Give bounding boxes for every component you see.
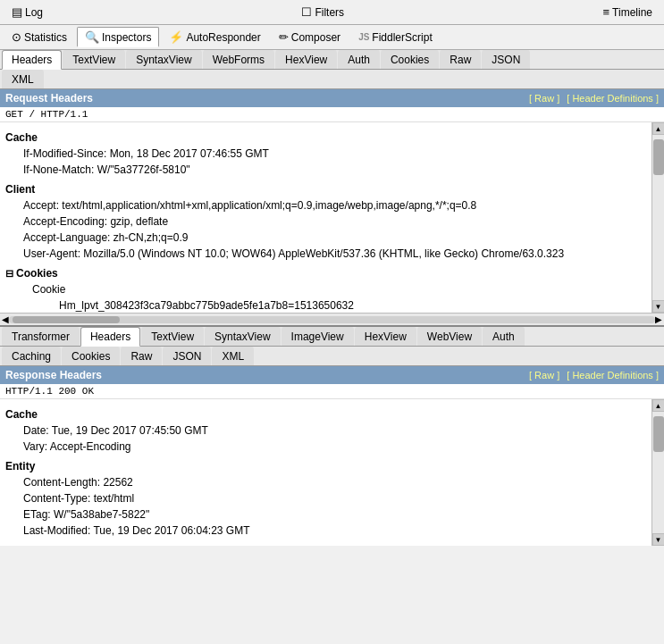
filters-tab[interactable]: ☐ Filters — [293, 2, 352, 22]
resp-tab-hexview[interactable]: HexView — [355, 327, 416, 346]
resp-tab-xml[interactable]: XML — [212, 347, 254, 365]
request-header-links: [ Raw ] [ Header Definitions ] — [529, 93, 659, 104]
autoresponder-label: AutoResponder — [186, 31, 260, 44]
req-tab-headers[interactable]: Headers — [2, 50, 62, 70]
req-tab-syntaxview[interactable]: SyntaxView — [126, 50, 201, 69]
resp-tab-transformer[interactable]: Transformer — [2, 327, 80, 346]
response-header-defs-link[interactable]: [ Header Definitions ] — [567, 370, 659, 381]
response-section-header: Response Headers [ Raw ] [ Header Defini… — [0, 366, 664, 384]
cookies-group-title: Cookies — [5, 267, 646, 280]
request-section-header: Request Headers [ Raw ] [ Header Definit… — [0, 89, 664, 107]
vscrollbar-thumb[interactable] — [653, 139, 664, 175]
resp-cache-item-2: Vary: Accept-Encoding — [5, 439, 646, 455]
resp-tab-auth[interactable]: Auth — [483, 327, 525, 346]
filters-icon: ☐ — [301, 5, 312, 19]
request-content-area: Cache If-Modified-Since: Mon, 18 Dec 201… — [0, 122, 651, 313]
resp-tab-caching[interactable]: Caching — [2, 347, 61, 365]
response-tab-bar1: Transformer Headers TextView SyntaxView … — [0, 327, 664, 347]
response-vscrollbar[interactable]: ▲ ▼ — [651, 399, 664, 546]
req-tab-cookies[interactable]: Cookies — [381, 50, 439, 69]
vscrollbar-up-arrow[interactable]: ▲ — [652, 122, 665, 135]
hscroll-left-arrow[interactable]: ◀ — [2, 314, 9, 324]
req-tab-json[interactable]: JSON — [482, 50, 530, 69]
resp-tab-textview[interactable]: TextView — [141, 327, 204, 346]
request-vscrollbar[interactable]: ▲ ▼ — [651, 122, 664, 313]
request-section-title: Request Headers — [5, 92, 93, 105]
vscrollbar-down-arrow[interactable]: ▼ — [652, 300, 665, 313]
hscrollbar-thumb[interactable] — [13, 316, 120, 323]
composer-tab[interactable]: ✏ Composer — [271, 27, 349, 47]
req-tab-webforms[interactable]: WebForms — [203, 50, 274, 69]
timeline-tab[interactable]: ≡ Timeline — [595, 2, 661, 22]
resp-vscrollbar-track[interactable] — [652, 412, 665, 533]
request-raw-link[interactable]: [ Raw ] — [529, 93, 559, 104]
request-panel: Headers TextView SyntaxView WebForms Hex… — [0, 50, 664, 327]
resp-vscrollbar-up-arrow[interactable]: ▲ — [652, 399, 665, 412]
resp-tab-raw[interactable]: Raw — [121, 347, 162, 365]
request-line: GET / HTTP/1.1 — [0, 107, 664, 122]
composer-label: Composer — [291, 31, 340, 44]
hscrollbar-track[interactable] — [9, 316, 655, 323]
request-header-defs-link[interactable]: [ Header Definitions ] — [567, 93, 659, 104]
resp-tab-json[interactable]: JSON — [163, 347, 211, 365]
response-content-wrapper: Cache Date: Tue, 19 Dec 2017 07:45:50 GM… — [0, 399, 664, 546]
resp-entity-item-1: Content-Length: 22562 — [5, 474, 646, 490]
autoresponder-icon: ⚡ — [169, 30, 183, 44]
inspectors-label: Inspectors — [102, 31, 151, 44]
client-item-3: Accept-Language: zh-CN,zh;q=0.9 — [5, 230, 646, 246]
response-panel: Transformer Headers TextView SyntaxView … — [0, 327, 664, 546]
resp-entity-item-3: ETag: W/"5a38abe7-5822" — [5, 506, 646, 523]
filters-label: Filters — [315, 6, 344, 19]
resp-tab-headers[interactable]: Headers — [80, 327, 140, 347]
req-tab-textview[interactable]: TextView — [63, 50, 125, 69]
req-tab-bar-row2: XML — [0, 70, 664, 89]
req-tab-auth[interactable]: Auth — [338, 50, 380, 69]
req-tab-xml[interactable]: XML — [2, 70, 44, 88]
vscrollbar-track[interactable] — [652, 135, 665, 300]
fiddlerscript-label: FiddlerScript — [372, 31, 432, 44]
cookies-section: Cookies Cookie Hm_lpvt_308423f3ca79abbc7… — [5, 267, 646, 313]
timeline-label: Timeline — [612, 6, 652, 19]
statistics-label: Statistics — [24, 31, 67, 44]
response-raw-link[interactable]: [ Raw ] — [529, 370, 559, 381]
timeline-icon: ≡ — [603, 5, 610, 19]
resp-entity-section: Entity Content-Length: 22562 Content-Typ… — [5, 460, 646, 539]
client-group-title: Client — [5, 183, 646, 196]
resp-entity-item-4: Last-Modified: Tue, 19 Dec 2017 06:04:23… — [5, 523, 646, 539]
cache-item-2: If-None-Match: W/"5a37726f-5810" — [5, 162, 646, 178]
statistics-tab[interactable]: ⊙ Statistics — [4, 27, 75, 47]
resp-cache-group-title: Cache — [5, 408, 646, 421]
resp-cache-item-1: Date: Tue, 19 Dec 2017 07:45:50 GMT — [5, 422, 646, 439]
resp-tab-syntaxview[interactable]: SyntaxView — [205, 327, 280, 346]
request-hscrollbar[interactable]: ◀ ▶ — [0, 313, 664, 325]
second-toolbar: ⊙ Statistics 🔍 Inspectors ⚡ AutoResponde… — [0, 25, 664, 50]
response-header-links: [ Raw ] [ Header Definitions ] — [529, 370, 659, 381]
resp-tab-webview[interactable]: WebView — [417, 327, 482, 346]
client-item-4: User-Agent: Mozilla/5.0 (Windows NT 10.0… — [5, 246, 646, 262]
resp-tab-imageview[interactable]: ImageView — [282, 327, 354, 346]
log-label: Log — [25, 6, 43, 19]
resp-entity-group-title: Entity — [5, 460, 646, 473]
top-toolbar: ▤ Log ☐ Filters ≡ Timeline — [0, 0, 664, 25]
log-icon: ▤ — [12, 5, 22, 19]
client-item-2: Accept-Encoding: gzip, deflate — [5, 213, 646, 230]
fiddlerscript-tab[interactable]: JS FiddlerScript — [350, 28, 441, 47]
cookies-item-cookie: Cookie — [5, 281, 646, 297]
cache-group-title: Cache — [5, 131, 646, 144]
resp-vscrollbar-down-arrow[interactable]: ▼ — [652, 533, 665, 546]
resp-tab-cookies[interactable]: Cookies — [62, 347, 120, 365]
client-item-1: Accept: text/html,application/xhtml+xml,… — [5, 197, 646, 213]
client-section: Client Accept: text/html,application/xht… — [5, 183, 646, 262]
response-tab-bar2: Caching Cookies Raw JSON XML — [0, 347, 664, 366]
req-tab-hexview[interactable]: HexView — [275, 50, 337, 69]
hscroll-right-arrow[interactable]: ▶ — [655, 314, 662, 324]
response-section-title: Response Headers — [5, 369, 102, 381]
resp-cache-section: Cache Date: Tue, 19 Dec 2017 07:45:50 GM… — [5, 408, 646, 455]
autoresponder-tab[interactable]: ⚡ AutoResponder — [161, 27, 268, 47]
log-tab[interactable]: ▤ Log — [4, 2, 51, 22]
resp-vscrollbar-thumb[interactable] — [653, 416, 664, 452]
inspectors-tab[interactable]: 🔍 Inspectors — [77, 27, 159, 47]
inspectors-icon: 🔍 — [85, 30, 99, 44]
req-tab-raw[interactable]: Raw — [440, 50, 481, 69]
request-tab-bar: Headers TextView SyntaxView WebForms Hex… — [0, 50, 664, 70]
